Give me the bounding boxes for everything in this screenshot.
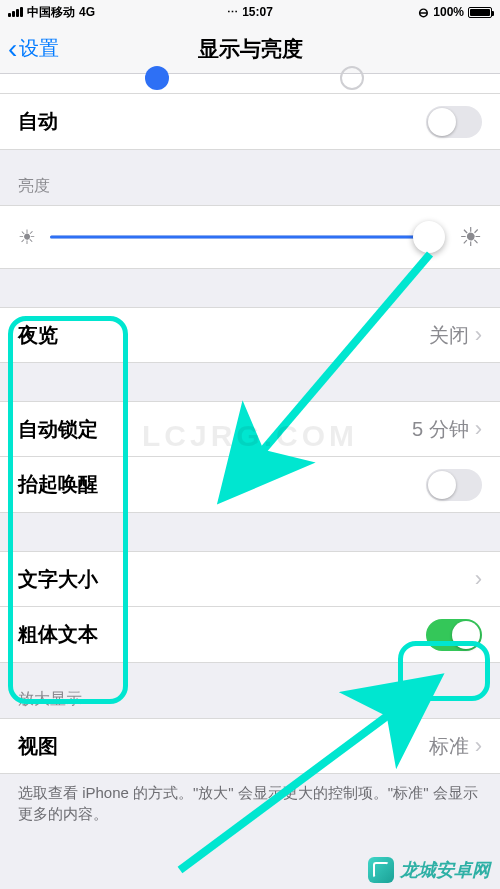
watermark-bottom-right: 龙城安卓网 <box>368 857 490 883</box>
back-button[interactable]: ‹ 设置 <box>8 35 59 63</box>
watermark-logo-icon <box>368 857 394 883</box>
brightness-slider[interactable] <box>50 217 445 257</box>
view-label: 视图 <box>18 733 58 760</box>
chevron-right-icon: › <box>475 416 482 442</box>
brightness-header: 亮度 <box>0 150 500 205</box>
battery-icon <box>468 7 492 18</box>
text-size-row[interactable]: 文字大小 › <box>0 551 500 607</box>
bold-text-row[interactable]: 粗体文本 <box>0 607 500 663</box>
auto-lock-label: 自动锁定 <box>18 416 98 443</box>
auto-appearance-row[interactable]: 自动 <box>0 94 500 150</box>
view-value: 标准 <box>429 733 469 760</box>
watermark-text: 龙城安卓网 <box>400 858 490 882</box>
chevron-left-icon: ‹ <box>8 35 17 63</box>
raise-to-wake-row[interactable]: 抬起唤醒 <box>0 457 500 513</box>
sun-small-icon: ☀︎ <box>18 225 36 249</box>
signal-icon <box>8 7 23 17</box>
night-shift-label: 夜览 <box>18 322 58 349</box>
vpn-icon: ⋯ <box>227 6 238 19</box>
zoom-footer-text: 选取查看 iPhone 的方式。"放大" 会显示更大的控制项。"标准" 会显示更… <box>0 774 500 832</box>
network-label: 4G <box>79 5 95 19</box>
raise-to-wake-toggle[interactable] <box>426 469 482 501</box>
chevron-right-icon: › <box>475 733 482 759</box>
time-label: 15:07 <box>242 5 273 19</box>
auto-toggle[interactable] <box>426 106 482 138</box>
status-left: 中国移动 4G <box>8 4 95 21</box>
appearance-row-partial <box>0 74 500 94</box>
view-row[interactable]: 视图 标准 › <box>0 718 500 774</box>
zoom-header: 放大显示 <box>0 663 500 718</box>
sun-large-icon: ☀︎ <box>459 222 482 253</box>
carrier-label: 中国移动 <box>27 4 75 21</box>
auto-lock-row[interactable]: 自动锁定 5 分钟 › <box>0 401 500 457</box>
bold-text-label: 粗体文本 <box>18 621 98 648</box>
text-size-label: 文字大小 <box>18 566 98 593</box>
auto-label: 自动 <box>18 108 58 135</box>
bold-text-toggle[interactable] <box>426 619 482 651</box>
back-label: 设置 <box>19 35 59 62</box>
slider-thumb[interactable] <box>413 221 445 253</box>
orientation-lock-icon: ⊖ <box>418 5 429 20</box>
nav-bar: ‹ 设置 显示与亮度 <box>0 24 500 74</box>
chevron-right-icon: › <box>475 566 482 592</box>
brightness-row: ☀︎ ☀︎ <box>0 205 500 269</box>
night-shift-value: 关闭 <box>429 322 469 349</box>
raise-to-wake-label: 抬起唤醒 <box>18 471 98 498</box>
status-bar: 中国移动 4G ⋯ 15:07 ⊖ 100% <box>0 0 500 24</box>
unselected-radio-icon[interactable] <box>340 66 364 90</box>
status-right: ⊖ 100% <box>418 5 492 20</box>
chevron-right-icon: › <box>475 322 482 348</box>
auto-lock-value: 5 分钟 <box>412 416 469 443</box>
battery-pct: 100% <box>433 5 464 19</box>
selected-radio-icon[interactable] <box>145 66 169 90</box>
status-center: ⋯ 15:07 <box>227 5 273 19</box>
night-shift-row[interactable]: 夜览 关闭 › <box>0 307 500 363</box>
page-title: 显示与亮度 <box>198 35 303 63</box>
